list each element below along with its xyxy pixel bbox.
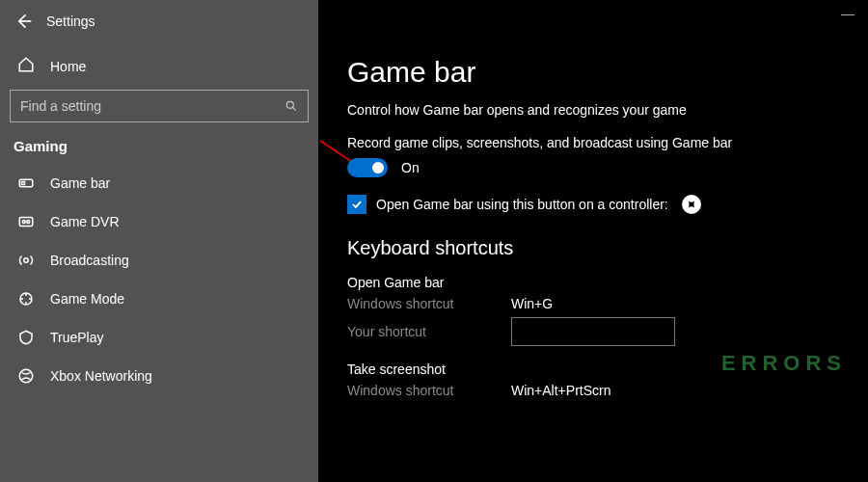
shortcut-title: Open Game bar xyxy=(347,275,839,290)
sidebar-item-label: Broadcasting xyxy=(50,253,129,268)
svg-rect-2 xyxy=(22,182,25,185)
record-toggle[interactable] xyxy=(347,158,388,177)
page-title: Game bar xyxy=(347,56,839,89)
game-bar-icon xyxy=(17,174,35,192)
back-arrow-icon[interactable] xyxy=(14,12,33,31)
shortcut-your-label: Your shortcut xyxy=(347,324,511,339)
sidebar-item-xbox-networking[interactable]: Xbox Networking xyxy=(0,357,318,395)
broadcasting-icon xyxy=(17,252,35,269)
record-label: Record game clips, screenshots, and broa… xyxy=(347,135,839,150)
shortcut-windows-value: Win+Alt+PrtScrn xyxy=(511,383,610,398)
svg-point-4 xyxy=(22,221,25,224)
search-box[interactable] xyxy=(10,90,309,122)
sidebar-item-trueplay[interactable]: TruePlay xyxy=(0,318,318,357)
header-title: Settings xyxy=(46,13,95,29)
search-input[interactable] xyxy=(20,98,270,114)
record-toggle-row: On xyxy=(347,158,839,177)
shortcut-windows-label: Windows shortcut xyxy=(347,383,511,398)
xbox-button-icon xyxy=(682,195,701,214)
shortcut-windows-label: Windows shortcut xyxy=(347,296,511,311)
sidebar-item-label: Game bar xyxy=(50,175,110,191)
window-controls: — xyxy=(841,6,854,21)
page-subtitle: Control how Game bar opens and recognize… xyxy=(347,102,839,118)
sidebar-item-label: Xbox Networking xyxy=(50,368,152,384)
minimize-icon[interactable]: — xyxy=(841,6,854,21)
toggle-state-label: On xyxy=(401,160,420,175)
search-container xyxy=(0,86,318,134)
watermark: ERRORS xyxy=(721,351,847,376)
home-label: Home xyxy=(50,59,86,74)
content-area: — Game bar Control how Game bar opens an… xyxy=(318,0,868,482)
dvr-icon xyxy=(17,213,35,230)
shortcut-your-input[interactable] xyxy=(511,317,675,346)
controller-checkbox[interactable] xyxy=(347,195,366,214)
sidebar-header: Settings xyxy=(0,8,318,46)
sidebar-item-label: Game DVR xyxy=(50,214,120,229)
sidebar-item-game-dvr[interactable]: Game DVR xyxy=(0,202,318,241)
keyboard-shortcuts-heading: Keyboard shortcuts xyxy=(347,237,839,259)
sidebar-item-broadcasting[interactable]: Broadcasting xyxy=(0,241,318,280)
search-icon xyxy=(285,99,298,113)
svg-point-8 xyxy=(19,369,33,383)
controller-checkbox-row: Open Game bar using this button on a con… xyxy=(347,195,839,214)
home-icon xyxy=(17,56,35,76)
sidebar-item-label: Game Mode xyxy=(50,291,124,307)
trueplay-icon xyxy=(17,329,35,346)
xbox-networking-icon xyxy=(17,367,35,385)
sidebar-item-game-bar[interactable]: Game bar xyxy=(0,164,318,202)
game-mode-icon xyxy=(17,290,35,308)
svg-point-5 xyxy=(27,221,30,224)
sidebar: Settings Home Gaming Game bar xyxy=(0,0,318,482)
sidebar-section-label: Gaming xyxy=(0,134,318,164)
sidebar-item-label: TruePlay xyxy=(50,330,104,345)
sidebar-item-game-mode[interactable]: Game Mode xyxy=(0,280,318,318)
svg-point-6 xyxy=(24,258,29,263)
shortcut-windows-value: Win+G xyxy=(511,296,553,311)
shortcut-open-gamebar: Open Game bar Windows shortcut Win+G You… xyxy=(347,275,839,352)
controller-checkbox-label: Open Game bar using this button on a con… xyxy=(376,197,668,212)
home-nav-item[interactable]: Home xyxy=(0,46,318,86)
